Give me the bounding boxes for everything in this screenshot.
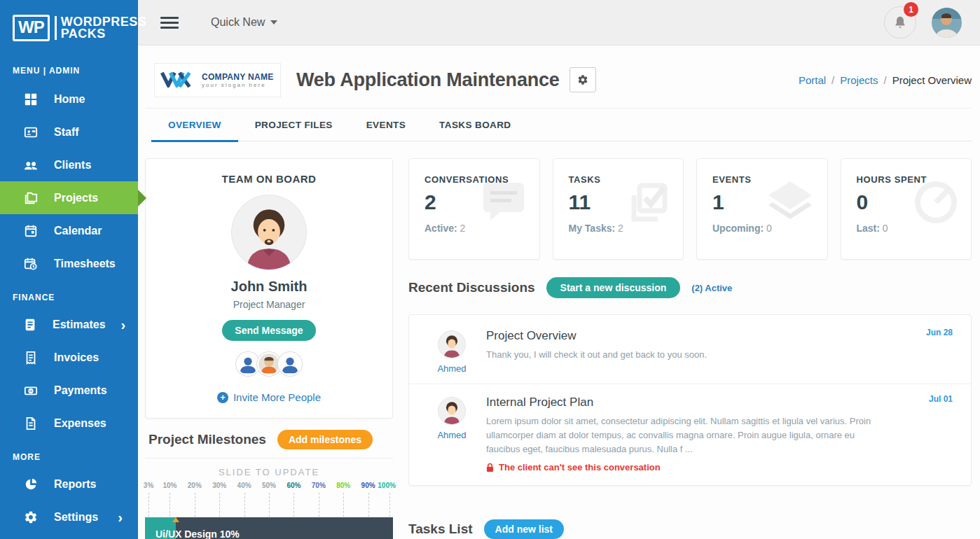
team-member-avatars	[146, 352, 392, 376]
wp-logo-text: WORDPRESS PACKS	[55, 16, 147, 40]
topbar: Quick New 1	[138, 0, 980, 46]
scale-label: 50%	[262, 482, 276, 489]
team-member-avatar[interactable]	[236, 352, 260, 376]
task-check-icon	[624, 180, 670, 226]
sidebar-item-settings[interactable]: Settings ›	[0, 500, 138, 533]
discussion-item[interactable]: Ahmed Internal Project Plan Lorem ipsum …	[409, 384, 971, 482]
discussion-author[interactable]: Ahmed	[429, 430, 475, 440]
user-avatar[interactable]	[932, 8, 962, 38]
scale-label: 90%	[361, 482, 375, 489]
bell-icon	[893, 15, 907, 30]
header-divider	[145, 108, 972, 108]
sidebar-item-label: Reports	[54, 478, 96, 491]
sidebar-item-label: Calendar	[54, 225, 102, 237]
discussion-title[interactable]: Internal Project Plan	[486, 396, 891, 410]
scale-label: 100%	[378, 482, 396, 489]
milestone-slider[interactable]: Ui/UX Design 10%	[145, 517, 393, 539]
stat-sub: Active: 2	[425, 223, 525, 234]
finance-section-label: FINANCE	[0, 280, 138, 308]
gear-icon	[577, 74, 588, 85]
timer-icon	[913, 180, 958, 225]
sidebar-item-label: Estimates	[53, 318, 106, 331]
document-icon	[23, 317, 37, 332]
more-section-label: MORE	[0, 440, 138, 468]
hamburger-menu-icon[interactable]	[160, 14, 179, 31]
discussion-title[interactable]: Project Overview	[486, 329, 891, 343]
sidebar: WP WORDPRESS PACKS MENU | ADMIN Home Sta…	[0, 0, 138, 539]
notifications-button[interactable]: 1	[884, 6, 916, 38]
menu-admin-label: MENU | ADMIN	[0, 46, 138, 83]
discussion-date: Jul 01	[929, 394, 953, 404]
sidebar-item-expenses[interactable]: Expenses	[0, 407, 138, 440]
users-icon	[23, 158, 39, 173]
scale-label: 70%	[312, 482, 326, 489]
sidebar-item-clients[interactable]: Clients	[0, 148, 138, 181]
main-area: Quick New 1	[138, 0, 980, 539]
invite-more-people-link[interactable]: + Invite More People	[217, 391, 321, 403]
company-logo-mark	[160, 72, 197, 88]
team-on-board-card: TEAM ON BOARD John Smith Project Manager…	[145, 158, 393, 419]
company-logo: COMPANY NAME your slogan here	[154, 63, 281, 97]
tasks-list-heading: Tasks List	[408, 522, 473, 537]
sidebar-item-label: Clients	[54, 159, 91, 172]
sidebar-item-calendar[interactable]: Calendar	[0, 214, 138, 247]
hours-spent-stat-card[interactable]: HOURS SPENT 0 Last: 0	[841, 158, 972, 260]
money-icon	[23, 383, 39, 398]
conversations-stat-card[interactable]: CONVERSATIONS 2 Active: 2	[408, 158, 540, 260]
sidebar-item-payments[interactable]: Payments	[0, 374, 138, 407]
app-logo[interactable]: WP WORDPRESS PACKS	[0, 0, 138, 46]
tasks-stat-card[interactable]: TASKS 11 My Tasks: 2	[553, 158, 684, 260]
discussion-date: Jun 28	[926, 328, 953, 337]
tab-tasks-board[interactable]: TASKS BOARD	[422, 120, 527, 141]
company-name: COMPANY NAME	[202, 72, 274, 82]
sidebar-more-nav: Reports Settings ›	[0, 468, 138, 533]
sidebar-item-invoices[interactable]: Invoices	[0, 341, 138, 374]
tab-project-files[interactable]: PROJECT FILES	[238, 120, 350, 141]
project-settings-button[interactable]	[570, 67, 596, 92]
start-discussion-button[interactable]: Start a new discussion	[546, 277, 681, 298]
quick-new-dropdown[interactable]: Quick New	[211, 16, 277, 29]
breadcrumb-projects[interactable]: Projects	[840, 74, 878, 86]
breadcrumb-portal[interactable]: Portal	[799, 74, 826, 86]
stat-sub: Upcoming: 0	[712, 223, 813, 234]
sidebar-item-label: Payments	[54, 384, 107, 397]
chat-icon	[481, 180, 527, 223]
team-member-avatar[interactable]	[257, 352, 281, 376]
team-member-avatar[interactable]	[278, 352, 302, 376]
sidebar-item-timesheets[interactable]: Timesheets	[0, 247, 138, 280]
pie-chart-icon	[23, 477, 39, 492]
sidebar-item-staff[interactable]: Staff	[0, 115, 138, 148]
gear-icon	[23, 510, 39, 525]
scale-label: 30%	[212, 482, 226, 489]
slide-to-update-label: SLIDE TO UPDATE	[145, 467, 393, 477]
discussion-author-avatar	[438, 330, 466, 358]
lock-icon	[486, 463, 494, 472]
chevron-right-icon: ›	[118, 510, 123, 524]
add-new-list-button[interactable]: Add new list	[484, 519, 564, 539]
folders-icon	[23, 190, 39, 206]
sidebar-item-home[interactable]: Home	[0, 83, 138, 115]
project-tabs: OVERVIEW PROJECT FILES EVENTS TASKS BOAR…	[151, 120, 972, 141]
sidebar-finance-nav: Estimates › Invoices Payments Expenses	[0, 308, 138, 440]
tab-events[interactable]: EVENTS	[350, 120, 422, 141]
sidebar-item-projects[interactable]: Projects	[0, 181, 138, 214]
scale-label: 80%	[336, 482, 350, 489]
sidebar-item-label: Timesheets	[54, 258, 116, 270]
milestone-scale: 3% 10% 20% 30% 40% 50% 60% 70% 80% 90% 1…	[145, 482, 393, 491]
discussions-card: Ahmed Project Overview Thank you, I will…	[408, 314, 972, 486]
events-stat-card[interactable]: EVENTS 1 Upcoming: 0	[696, 158, 828, 260]
sidebar-item-label: Home	[54, 93, 85, 106]
plus-icon: +	[217, 392, 228, 403]
scale-label: 40%	[237, 482, 251, 489]
discussion-item[interactable]: Ahmed Project Overview Thank you, I will…	[409, 318, 971, 384]
id-card-icon	[23, 125, 39, 140]
sidebar-item-estimates[interactable]: Estimates ›	[0, 308, 138, 341]
discussion-author[interactable]: Ahmed	[429, 363, 475, 374]
company-slogan: your slogan here	[202, 82, 274, 88]
active-discussions-link[interactable]: (2) Active	[691, 283, 732, 293]
tab-overview[interactable]: OVERVIEW	[151, 120, 238, 142]
add-milestones-button[interactable]: Add milestones	[277, 430, 373, 449]
send-message-button[interactable]: Send Message	[222, 320, 315, 341]
sidebar-item-reports[interactable]: Reports	[0, 468, 138, 500]
calendar-icon	[23, 223, 39, 239]
